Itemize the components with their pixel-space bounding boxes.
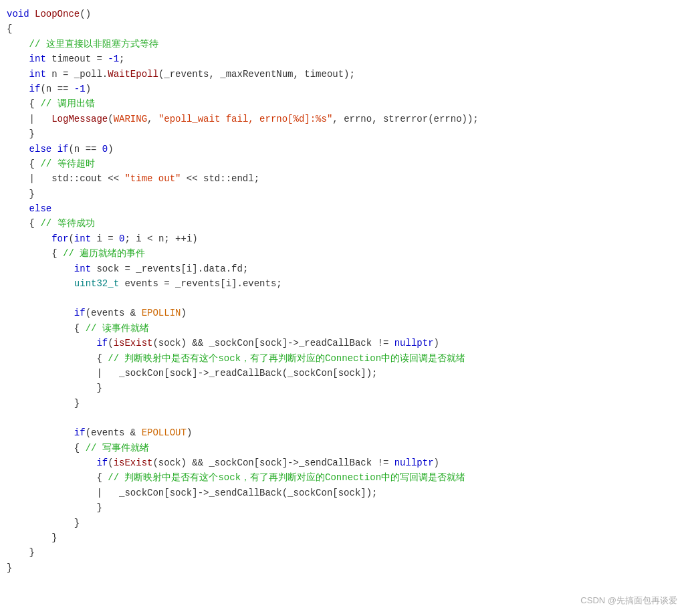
- code-line: }: [7, 516, 688, 530]
- code-token-kw: if: [74, 306, 86, 320]
- code-token: std::cout <<: [51, 171, 124, 186]
- code-token: timeout =: [46, 52, 108, 66]
- code-token-kw: if: [58, 142, 69, 157]
- code-line: { // 等待成功: [7, 216, 688, 231]
- code-line: { // 判断映射中是否有这个sock，有了再判断对应的Connection中的…: [7, 351, 688, 366]
- code-token-kw: int: [29, 52, 46, 66]
- code-line: void LoopOnce(): [7, 7, 688, 21]
- code-token: [7, 455, 96, 470]
- code-line: | _sockCon[sock]->_readCallBack(_sockCon…: [7, 366, 688, 381]
- code-line: int n = _poll.WaitEpoll(_revents, _maxRe…: [7, 67, 688, 82]
- code-token: {: [51, 246, 63, 261]
- code-token: (: [108, 112, 113, 126]
- code-token: (): [80, 7, 91, 21]
- code-token: }: [7, 516, 80, 530]
- watermark: CSDN @先搞面包再谈爱: [580, 594, 677, 608]
- code-token: }: [7, 545, 35, 560]
- code-token: [7, 276, 74, 291]
- code-token-kw: if: [96, 336, 108, 350]
- code-token-str: "time out": [124, 171, 181, 186]
- code-token-cm: // 调用出错: [40, 96, 94, 111]
- code-line: }: [7, 545, 688, 560]
- code-line: { // 判断映射中是否有这个sock，有了再判断对应的Connection中的…: [7, 470, 688, 485]
- code-line: }: [7, 187, 688, 201]
- code-token: events = _revents[i].events;: [119, 276, 282, 291]
- code-token: (_revents, _maxReventNum, timeout);: [158, 67, 355, 82]
- code-line: }: [7, 500, 688, 515]
- code-token-fn: LogMessage: [51, 112, 108, 126]
- code-line: for(int i = 0; i < n; ++i): [7, 231, 688, 246]
- code-line: { // 遍历就绪的事件: [7, 246, 688, 261]
- code-token-num: -1: [108, 52, 119, 66]
- code-line: if(isExist(sock) && _sockCon[sock]->_sen…: [7, 455, 688, 470]
- code-container: void LoopOnce(){ // 这里直接以非阻塞方式等待 int tim…: [0, 0, 688, 616]
- code-token: , errno, strerror(errno));: [332, 112, 478, 126]
- code-token: }: [7, 381, 102, 395]
- code-token: ; i < n; ++i): [124, 231, 197, 246]
- code-token-cm: // 读事件就绪: [86, 321, 149, 336]
- code-line: if(events & EPOLLOUT): [7, 425, 688, 440]
- code-token: << std::endl;: [181, 171, 259, 186]
- code-token-kw: if: [96, 455, 108, 470]
- code-token: [7, 157, 29, 171]
- code-token-str: "epoll_wait fail, errno[%d]:%s": [158, 112, 332, 126]
- code-token: [7, 262, 74, 276]
- code-token-waring: WARING: [114, 112, 147, 126]
- code-token-kw: else: [29, 201, 52, 216]
- code-token-num: 0: [102, 142, 108, 157]
- code-token: ,: [147, 112, 158, 126]
- code-token-cm: // 遍历就绪的事件: [63, 246, 145, 261]
- code-token: [7, 441, 74, 455]
- code-token: [7, 336, 96, 350]
- code-token: {: [96, 351, 108, 366]
- code-token: [7, 231, 51, 246]
- code-token: {: [74, 321, 86, 336]
- code-token: {: [74, 441, 86, 455]
- code-token: ;: [119, 52, 124, 66]
- code-line: }: [7, 560, 688, 575]
- code-token: ): [86, 82, 91, 96]
- code-token: }: [7, 500, 102, 515]
- code-line: else if(n == 0): [7, 142, 688, 157]
- code-token: {: [29, 216, 41, 231]
- code-token-kw: int: [29, 67, 46, 82]
- code-token-cm: // 判断映射中是否有这个sock，有了再判断对应的Connection中的读回…: [108, 351, 465, 366]
- code-token-fn: LoopOnce: [35, 7, 80, 21]
- code-line: if(events & EPOLLIN): [7, 306, 688, 320]
- code-token: }: [7, 396, 80, 411]
- code-line: [7, 411, 688, 425]
- code-line: if(n == -1): [7, 82, 688, 96]
- code-token-kw: if: [74, 425, 86, 440]
- code-token-nullptr-kw: nullptr: [394, 336, 434, 350]
- code-line: { // 写事件就绪: [7, 441, 688, 455]
- code-token: ): [187, 425, 192, 440]
- code-line: }: [7, 126, 688, 141]
- code-token: [7, 246, 51, 261]
- code-token: [7, 82, 29, 96]
- code-token: {: [7, 21, 12, 36]
- code-token: [7, 470, 96, 485]
- code-token: }: [7, 560, 12, 575]
- code-line: | LogMessage(WARING, "epoll_wait fail, e…: [7, 112, 688, 126]
- code-token: {: [29, 96, 41, 111]
- code-token-type: uint32_t: [74, 276, 119, 291]
- code-token: }: [7, 126, 35, 141]
- code-line: // 这里直接以非阻塞方式等待: [7, 37, 688, 52]
- code-token: |: [7, 171, 51, 186]
- code-token: |: [7, 486, 119, 500]
- code-token-num: 0: [119, 231, 124, 246]
- code-token: i =: [91, 231, 119, 246]
- code-token-cm: // 写事件就绪: [86, 441, 149, 455]
- code-token-fn: isExist: [114, 336, 153, 350]
- code-line: int sock = _revents[i].data.fd;: [7, 262, 688, 276]
- code-token-kw: int: [74, 231, 91, 246]
- code-token: (events &: [86, 425, 142, 440]
- code-token-cm: // 等待超时: [40, 157, 94, 171]
- code-token: |: [7, 366, 119, 381]
- code-line: | std::cout << "time out" << std::endl;: [7, 171, 688, 186]
- code-token-cm: // 等待成功: [40, 216, 94, 231]
- code-token: (: [108, 336, 113, 350]
- code-token: ): [434, 336, 439, 350]
- code-token-kw: for: [51, 231, 68, 246]
- code-line: }: [7, 530, 688, 545]
